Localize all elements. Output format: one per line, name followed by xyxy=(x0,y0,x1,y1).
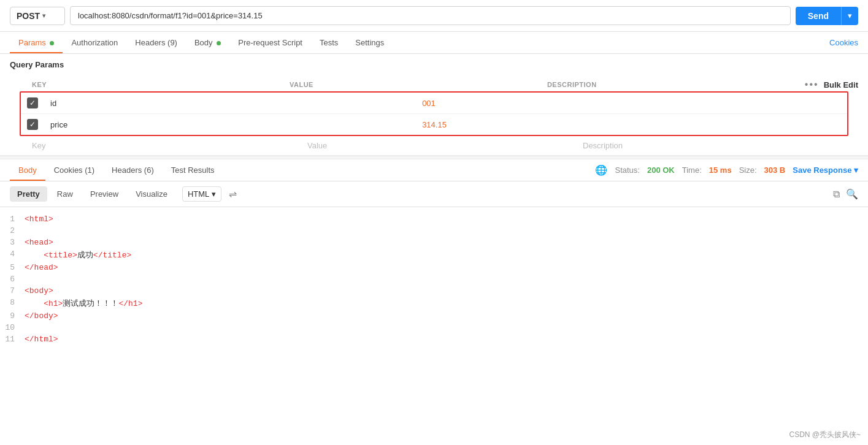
code-line: 4 <title>成功</title> xyxy=(0,248,868,262)
send-button-wrap: Send ▾ xyxy=(796,7,858,25)
time-value: 15 ms xyxy=(709,165,732,175)
row-value-cell[interactable]: 001 xyxy=(416,93,739,114)
send-dropdown-button[interactable]: ▾ xyxy=(841,7,858,25)
response-tab-testresults[interactable]: Test Results xyxy=(163,159,223,181)
fmt-tab-preview[interactable]: Preview xyxy=(83,186,126,202)
row-key-cell[interactable]: price xyxy=(44,114,416,135)
header-left: KEY VALUE DESCRIPTION xyxy=(10,81,805,88)
params-table-outer: ✓ id 001 ✓ price 314.15 xyxy=(0,91,868,136)
row-value: 314.15 xyxy=(422,120,447,129)
section-title: Query Params xyxy=(0,54,868,75)
header-right: ••• Bulk Edit xyxy=(805,79,858,90)
code-line: 7 <body> xyxy=(0,285,868,297)
new-key-placeholder[interactable]: Key xyxy=(32,141,307,150)
time-label: Time: xyxy=(682,165,702,175)
line-number: 2 xyxy=(0,226,25,235)
code-line: 10 xyxy=(0,322,868,333)
bulk-edit-button[interactable]: Bulk Edit xyxy=(824,80,858,89)
code-line: 8 <h1>测试成功！！！</h1> xyxy=(0,297,868,310)
row-checkbox-cell[interactable]: ✓ xyxy=(21,93,44,114)
format-select[interactable]: HTML ▾ xyxy=(182,186,221,202)
row-key-value: price xyxy=(50,120,67,129)
table-row: ✓ price 314.15 xyxy=(21,114,847,135)
table-header-row: KEY VALUE DESCRIPTION ••• Bulk Edit xyxy=(0,75,868,91)
fmt-tab-visualize[interactable]: Visualize xyxy=(128,186,175,202)
table-row: ✓ id 001 xyxy=(21,93,847,114)
format-tabs-bar: Pretty Raw Preview Visualize HTML ▾ ⇌ ⧉ … xyxy=(0,181,868,207)
row-key-value: id xyxy=(50,99,56,108)
code-line: 2 xyxy=(0,225,868,237)
params-table: ✓ id 001 ✓ price 314.15 xyxy=(21,93,847,135)
new-value-placeholder[interactable]: Value xyxy=(307,141,583,150)
save-response-chevron: ▾ xyxy=(854,165,858,175)
save-response-button[interactable]: Save Response ▾ xyxy=(793,165,858,175)
new-param-row: Key Value Description xyxy=(0,136,868,156)
status-label: Status: xyxy=(615,165,639,175)
row-value-cell[interactable]: 314.15 xyxy=(416,114,739,135)
line-content: </body> xyxy=(25,311,58,321)
size-label: Size: xyxy=(739,165,757,175)
send-button[interactable]: Send xyxy=(796,7,841,25)
response-status-area: 🌐 Status: 200 OK Time: 15 ms Size: 303 B… xyxy=(595,164,858,176)
method-label: POST xyxy=(17,11,40,21)
response-tab-headers[interactable]: Headers (6) xyxy=(103,159,163,181)
row-description-cell[interactable] xyxy=(739,114,847,135)
code-area: 1 <html> 2 3 <head> 4 <title>成功</title> … xyxy=(0,207,868,360)
line-number: 5 xyxy=(0,263,25,272)
response-tabs-bar: Body Cookies (1) Headers (6) Test Result… xyxy=(0,159,868,181)
line-number: 10 xyxy=(0,323,25,332)
line-number: 11 xyxy=(0,335,25,344)
more-options-icon[interactable]: ••• xyxy=(805,79,819,90)
line-content: </head> xyxy=(25,263,58,272)
url-input[interactable] xyxy=(70,6,791,25)
row-value: 001 xyxy=(422,99,436,108)
cookies-link[interactable]: Cookies xyxy=(829,38,858,47)
copy-icon[interactable]: ⧉ xyxy=(833,189,840,200)
tab-settings[interactable]: Settings xyxy=(347,32,393,53)
code-line: 11 </html> xyxy=(0,333,868,345)
tab-params[interactable]: Params xyxy=(10,32,63,53)
line-number: 3 xyxy=(0,238,25,247)
response-tab-body[interactable]: Body xyxy=(10,159,45,181)
fmt-tab-raw[interactable]: Raw xyxy=(50,186,80,202)
code-line: 1 <html> xyxy=(0,213,868,225)
line-content: </html> xyxy=(25,335,58,344)
new-description-placeholder[interactable]: Description xyxy=(583,141,858,150)
line-content: <html> xyxy=(25,215,53,224)
tab-headers[interactable]: Headers (9) xyxy=(126,32,186,53)
checkbox-icon[interactable]: ✓ xyxy=(27,119,38,130)
line-number: 7 xyxy=(0,286,25,295)
line-number: 9 xyxy=(0,311,25,321)
row-checkbox-cell[interactable]: ✓ xyxy=(21,114,44,135)
code-line: 5 </head> xyxy=(0,262,868,273)
params-dot xyxy=(50,41,54,45)
line-number: 4 xyxy=(0,249,25,259)
line-content: <body> xyxy=(25,286,53,295)
row-key-cell[interactable]: id xyxy=(44,93,416,114)
fmt-tab-pretty[interactable]: Pretty xyxy=(10,186,47,202)
th-value: VALUE xyxy=(290,81,547,88)
code-line: 6 xyxy=(0,273,868,285)
checkbox-icon[interactable]: ✓ xyxy=(27,97,38,108)
line-number: 8 xyxy=(0,298,25,307)
params-table-wrap: ✓ id 001 ✓ price 314.15 xyxy=(20,91,848,136)
line-number: 6 xyxy=(0,275,25,284)
tab-authorization[interactable]: Authorization xyxy=(63,32,126,53)
tab-prerequest[interactable]: Pre-request Script xyxy=(229,32,311,53)
tab-tests[interactable]: Tests xyxy=(311,32,347,53)
size-value: 303 B xyxy=(764,165,786,175)
status-value: 200 OK xyxy=(647,165,675,175)
wrap-icon[interactable]: ⇌ xyxy=(229,188,237,200)
format-chevron-icon: ▾ xyxy=(212,189,216,199)
line-content: <head> xyxy=(25,238,53,247)
method-select[interactable]: POST ▾ xyxy=(10,7,65,25)
search-icon[interactable]: 🔍 xyxy=(846,188,858,200)
row-description-cell[interactable] xyxy=(739,93,847,114)
code-action-icons: ⧉ 🔍 xyxy=(833,188,858,200)
tab-body[interactable]: Body xyxy=(186,32,229,53)
response-tab-cookies[interactable]: Cookies (1) xyxy=(45,159,103,181)
url-bar: POST ▾ Send ▾ xyxy=(0,0,868,32)
request-tabs-bar: Params Authorization Headers (9) Body Pr… xyxy=(0,32,868,54)
th-description: DESCRIPTION xyxy=(547,81,805,88)
line-number: 1 xyxy=(0,215,25,224)
